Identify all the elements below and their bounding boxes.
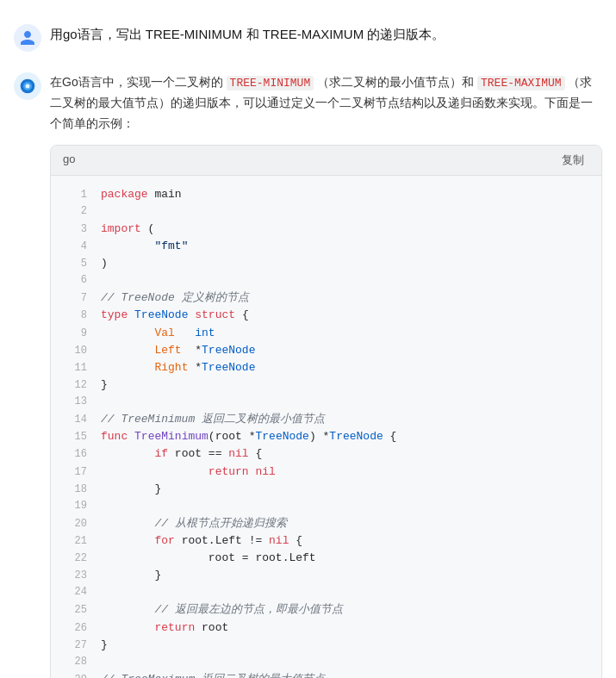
code-line: 1package main bbox=[51, 186, 601, 203]
line-number: 4 bbox=[63, 239, 87, 255]
line-code: // TreeMinimum 返回二叉树的最小值节点 bbox=[101, 411, 325, 428]
user-message-text: 用go语言，写出 TREE-MINIMUM 和 TREE-MAXIMUM 的递归… bbox=[50, 24, 602, 45]
line-code: package main bbox=[101, 186, 182, 203]
line-code: // TreeNode 定义树的节点 bbox=[101, 289, 249, 307]
line-number: 28 bbox=[63, 654, 87, 670]
code-header: go 复制 bbox=[51, 146, 601, 176]
code-lang-label: go bbox=[63, 151, 75, 169]
code-line: 25 // 返回最左边的节点，即最小值节点 bbox=[51, 601, 601, 619]
code-line: 6 bbox=[51, 272, 601, 289]
code-body: 1package main23import (4 "fmt"5)67// Tre… bbox=[51, 176, 601, 678]
line-number: 15 bbox=[63, 429, 87, 445]
line-number: 2 bbox=[63, 203, 87, 220]
code-line: 29// TreeMaximum 返回二叉树的最大值节点 bbox=[51, 671, 601, 678]
user-avatar bbox=[14, 24, 41, 52]
line-code: } bbox=[101, 376, 108, 394]
code-line: 20 // 从根节点开始递归搜索 bbox=[51, 515, 601, 532]
code-line: 7// TreeNode 定义树的节点 bbox=[51, 289, 601, 307]
line-number: 1 bbox=[63, 187, 87, 203]
inline-code-treemin: TREE-MINIMUM bbox=[227, 76, 314, 90]
line-code: ) bbox=[101, 255, 108, 272]
chat-container: 用go语言，写出 TREE-MINIMUM 和 TREE-MAXIMUM 的递归… bbox=[0, 0, 616, 678]
code-line: 8type TreeNode struct { bbox=[51, 307, 601, 324]
line-code: return nil bbox=[101, 463, 276, 481]
code-line: 11 Right *TreeNode bbox=[51, 359, 601, 376]
line-number: 3 bbox=[63, 221, 87, 238]
line-number: 23 bbox=[63, 568, 87, 584]
code-line: 27} bbox=[51, 637, 601, 654]
line-code: } bbox=[101, 481, 161, 498]
line-number: 26 bbox=[63, 620, 87, 637]
line-code: Right *TreeNode bbox=[101, 359, 255, 376]
line-number: 8 bbox=[63, 308, 87, 324]
line-number: 17 bbox=[63, 464, 87, 481]
line-code: return root bbox=[101, 619, 228, 637]
code-line: 28 bbox=[51, 654, 601, 671]
code-line: 12} bbox=[51, 376, 601, 394]
line-code: Val int bbox=[101, 325, 215, 342]
line-number: 13 bbox=[63, 394, 87, 410]
ai-intro-text: 在Go语言中，实现一个二叉树的 TREE-MINIMUM （求二叉树的最小值节点… bbox=[50, 72, 602, 134]
code-line: 16 if root == nil { bbox=[51, 445, 601, 463]
code-line: 24 bbox=[51, 584, 601, 601]
line-number: 20 bbox=[63, 516, 87, 532]
code-line: 2 bbox=[51, 203, 601, 221]
code-line: 4 "fmt" bbox=[51, 238, 601, 255]
line-number: 14 bbox=[63, 412, 87, 428]
code-line: 23 } bbox=[51, 567, 601, 584]
line-number: 25 bbox=[63, 602, 87, 619]
ai-avatar bbox=[14, 72, 41, 100]
line-number: 11 bbox=[63, 360, 87, 376]
line-code: for root.Left != nil { bbox=[101, 532, 302, 550]
line-code: } bbox=[101, 637, 108, 654]
line-number: 7 bbox=[63, 290, 87, 307]
line-number: 29 bbox=[63, 672, 87, 678]
line-code: Left *TreeNode bbox=[101, 342, 255, 359]
line-number: 27 bbox=[63, 638, 87, 654]
line-number: 18 bbox=[63, 482, 87, 498]
line-number: 24 bbox=[63, 584, 87, 600]
code-line: 19 bbox=[51, 498, 601, 515]
code-line: 15func TreeMinimum(root *TreeNode) *Tree… bbox=[51, 428, 601, 445]
code-line: 3import ( bbox=[51, 221, 601, 238]
ai-message-content: 在Go语言中，实现一个二叉树的 TREE-MINIMUM （求二叉树的最小值节点… bbox=[50, 72, 602, 678]
code-line: 17 return nil bbox=[51, 463, 601, 481]
line-code: func TreeMinimum(root *TreeNode) *TreeNo… bbox=[101, 428, 396, 445]
line-code: if root == nil { bbox=[101, 445, 262, 463]
line-code: // TreeMaximum 返回二叉树的最大值节点 bbox=[101, 671, 325, 678]
line-code: // 从根节点开始递归搜索 bbox=[101, 515, 287, 532]
line-number: 19 bbox=[63, 498, 87, 514]
line-code: "fmt" bbox=[101, 238, 188, 255]
line-code: root = root.Left bbox=[101, 550, 316, 567]
copy-button[interactable]: 复制 bbox=[557, 151, 589, 170]
inline-code-treemax: TREE-MAXIMUM bbox=[477, 76, 565, 90]
code-line: 9 Val int bbox=[51, 325, 601, 342]
line-code: } bbox=[101, 567, 161, 584]
code-line: 18 } bbox=[51, 481, 601, 498]
line-number: 10 bbox=[63, 343, 87, 359]
line-number: 12 bbox=[63, 377, 87, 394]
code-line: 26 return root bbox=[51, 619, 601, 637]
code-line: 22 root = root.Left bbox=[51, 550, 601, 567]
line-number: 9 bbox=[63, 326, 87, 342]
svg-point-2 bbox=[26, 84, 30, 89]
ai-message-row: 在Go语言中，实现一个二叉树的 TREE-MINIMUM （求二叉树的最小值节点… bbox=[0, 62, 616, 678]
line-number: 6 bbox=[63, 272, 87, 289]
code-line: 13 bbox=[51, 394, 601, 411]
code-line: 14// TreeMinimum 返回二叉树的最小值节点 bbox=[51, 411, 601, 428]
code-line: 10 Left *TreeNode bbox=[51, 342, 601, 359]
line-number: 21 bbox=[63, 533, 87, 550]
line-code: type TreeNode struct { bbox=[101, 307, 249, 324]
line-number: 16 bbox=[63, 446, 87, 463]
line-number: 22 bbox=[63, 550, 87, 567]
code-block: go 复制 1package main23import (4 "fmt"5)67… bbox=[50, 145, 602, 678]
code-line: 21 for root.Left != nil { bbox=[51, 532, 601, 550]
line-code: // 返回最左边的节点，即最小值节点 bbox=[101, 601, 343, 619]
line-number: 5 bbox=[63, 256, 87, 272]
user-message-row: 用go语言，写出 TREE-MINIMUM 和 TREE-MAXIMUM 的递归… bbox=[0, 14, 616, 62]
line-code: import ( bbox=[101, 221, 154, 238]
code-line: 5) bbox=[51, 255, 601, 272]
